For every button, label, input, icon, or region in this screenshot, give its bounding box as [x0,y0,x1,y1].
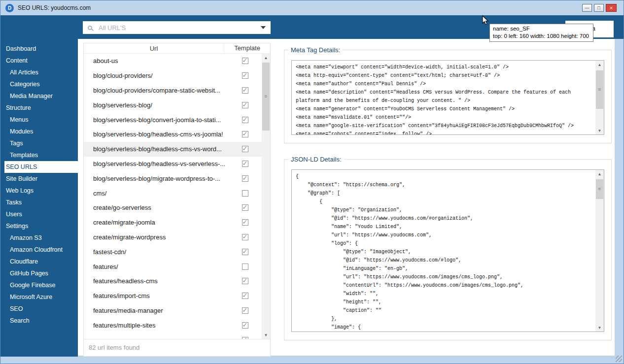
maximize-button[interactable]: □ [594,4,604,12]
template-checkbox[interactable]: ✓ [242,72,248,79]
url-filter-value: All URL'S [99,24,126,32]
url-row[interactable]: ✓ [84,332,270,339]
template-checkbox[interactable]: ✓ [242,58,248,64]
meta-scrollbar[interactable]: ▲ ≡ ▼ [595,61,604,134]
url-row[interactable]: features/ ✓ [84,259,270,274]
url-row[interactable]: cms/ ✓ [84,186,270,200]
url-filter-combobox[interactable]: All URL'S [83,21,271,34]
scrollbar-track[interactable]: ≡ [595,178,604,324]
url-row[interactable]: about-us ✓ [84,54,270,68]
scrollbar-track[interactable]: ≡ [262,62,270,331]
sidebar-item[interactable]: Media Manager [4,90,78,102]
sidebar-item[interactable]: Tasks [4,197,78,208]
sidebar-item[interactable]: Categories [4,78,78,90]
jsonld-textarea[interactable]: { "@context": "https://schema.org", "@gr… [291,169,604,332]
sidebar-item[interactable]: SEO [4,303,78,315]
sidebar-item[interactable]: GitHub Pages [4,267,78,279]
url-row[interactable]: create/migrate-joomla ✓ [84,215,270,230]
sidebar-item[interactable]: Search [4,315,78,327]
template-checkbox[interactable]: ✓ [242,161,248,167]
url-row[interactable]: create/migrate-wordpress ✓ [84,230,270,245]
url-row[interactable]: blog/serverless-blog/ ✓ [84,98,270,112]
sidebar-item[interactable]: Dashboard [4,43,78,55]
url-row[interactable]: blog/cloud-providers/compare-static-webs… [84,83,270,98]
sidebar-item[interactable]: Structure [4,102,78,114]
template-checkbox[interactable]: ✓ [242,293,248,299]
url-row[interactable]: fastest-cdn/ ✓ [84,244,270,259]
sidebar-item[interactable]: Amazon Cloudfront [4,244,78,256]
close-button[interactable]: × [606,4,617,12]
template-checkbox[interactable]: ✓ [242,204,248,211]
sidebar-item[interactable]: Microsoft Azure [4,291,78,303]
template-checkbox[interactable]: ✓ [242,131,248,137]
template-checkbox[interactable]: ✓ [242,307,248,314]
sidebar-item[interactable]: Menus [4,114,78,126]
template-checkbox[interactable]: ✓ [242,102,248,108]
sidebar-item[interactable]: Cloudflare [4,256,78,267]
url-row[interactable]: blog/serverless-blog/migrate-wordpress-t… [84,171,270,186]
sidebar-item[interactable]: Users [4,208,78,220]
scroll-up-icon[interactable]: ▲ [262,54,270,62]
url-row[interactable]: features/import-cms ✓ [84,289,270,303]
check-icon: ✓ [243,203,248,211]
sidebar-item[interactable]: Google Firebase [4,279,78,291]
template-cell: ✓ [228,146,262,152]
template-checkbox[interactable]: ✓ [242,175,248,182]
template-cell: ✓ [228,175,262,182]
scrollbar-thumb[interactable]: ≡ [262,63,270,131]
url-row[interactable]: blog/serverless-blog/headless-cms-vs-wor… [84,142,270,157]
scroll-up-icon[interactable]: ▲ [595,170,604,178]
sidebar-item[interactable]: All Articles [4,66,78,78]
scrollbar-thumb[interactable]: ≡ [596,179,603,199]
sidebar-item[interactable]: Amazon S3 [4,232,78,244]
check-icon: ✓ [243,174,248,182]
app-window: D SEO URLS: youdocms.com — □ × All URL'S… [0,0,624,364]
template-checkbox[interactable]: ✓ [242,190,248,197]
template-checkbox[interactable]: ✓ [242,322,248,329]
url-row[interactable]: blog/cloud-providers/ ✓ [84,68,270,83]
sidebar-item[interactable]: Site Builder [4,173,78,185]
sidebar-item[interactable]: Modules [4,126,78,137]
url-row[interactable]: features/media-manager ✓ [84,303,270,318]
url-row[interactable]: create/go-serverless ✓ [84,200,270,215]
sidebar-item[interactable]: Tags [4,137,78,149]
scroll-down-icon[interactable]: ▼ [595,127,604,134]
template-checkbox[interactable]: ✓ [242,219,248,226]
template-checkbox[interactable]: ✓ [242,87,248,94]
meta-tag-content: <meta name="viewport" content="width=dev… [292,61,604,135]
sidebar-item[interactable]: Web Logs [4,185,78,197]
template-checkbox[interactable]: ✓ [242,117,248,123]
url-row[interactable]: features/headless-cms ✓ [84,274,270,289]
scroll-down-icon[interactable]: ▼ [262,331,270,339]
column-header-url[interactable]: Url [84,45,224,52]
url-row[interactable]: blog/serverless-blog/convert-joomla-to-s… [84,112,270,127]
template-checkbox[interactable]: ✓ [242,249,248,255]
status-text: 82 url items found [84,339,270,356]
sidebar-item[interactable]: SEO URLS [4,161,78,173]
url-row[interactable]: blog/serverless-blog/headless-vs-serverl… [84,157,270,171]
url-row[interactable]: features/multiple-sites ✓ [84,318,270,332]
url-cell: fastest-cdn/ [84,248,228,256]
minimize-button[interactable]: — [582,4,592,12]
scrollbar-thumb[interactable]: ≡ [596,70,603,109]
url-cell: blog/cloud-providers/ [84,72,228,79]
sidebar-item[interactable]: Content [4,55,78,66]
template-checkbox[interactable]: ✓ [242,146,248,152]
template-checkbox[interactable]: ✓ [242,278,248,284]
url-row[interactable]: blog/serverless-blog/headless-cms-vs-joo… [84,127,270,142]
resize-grip-icon[interactable] [616,356,622,362]
url-list-scrollbar[interactable]: ▲ ≡ ▼ [262,54,270,339]
scroll-up-icon[interactable]: ▲ [595,61,604,68]
template-checkbox[interactable]: ✓ [242,234,248,240]
template-checkbox[interactable]: ✓ [242,264,248,270]
check-icon: ✓ [243,86,248,94]
url-cell: blog/serverless-blog/ [84,101,228,109]
template-cell: ✓ [228,264,262,270]
scroll-down-icon[interactable]: ▼ [595,324,604,331]
sidebar-item[interactable]: Settings [4,220,78,232]
scrollbar-track[interactable]: ≡ [595,68,604,127]
meta-tag-textarea[interactable]: <meta name="viewport" content="width=dev… [291,60,604,135]
jsonld-scrollbar[interactable]: ▲ ≡ ▼ [595,170,604,331]
column-header-template[interactable]: Template [224,43,270,53]
sidebar-item[interactable]: Templates [4,149,78,161]
